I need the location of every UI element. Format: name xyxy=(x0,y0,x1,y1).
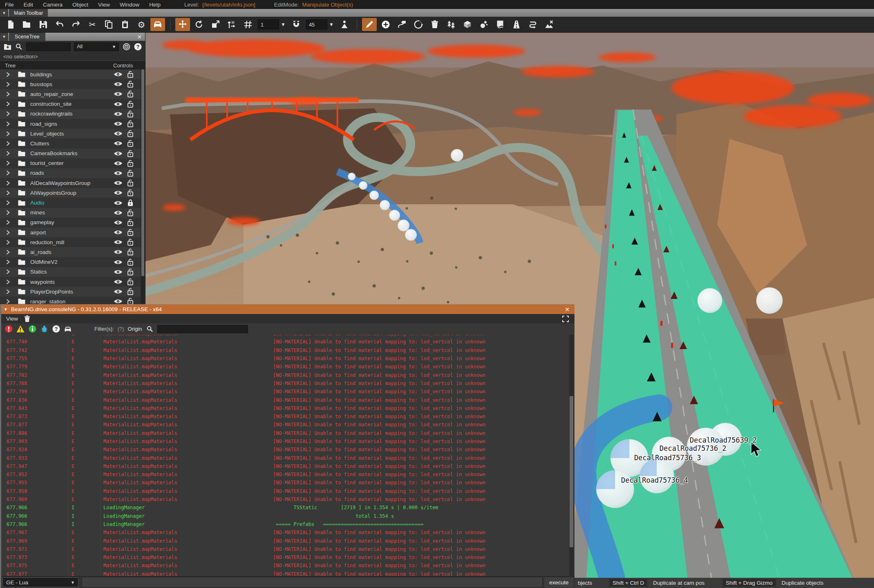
log-row[interactable]: 677.843EMaterialList.mapMaterials[NO-MAT… xyxy=(2,404,568,412)
tree-item-CameraBookmarks[interactable]: CameraBookmarks xyxy=(0,149,141,158)
visibility-eye-icon[interactable] xyxy=(114,180,123,186)
tree-item-waypoints[interactable]: waypoints xyxy=(0,277,141,287)
lock-open-icon[interactable] xyxy=(127,90,134,98)
console-scrollbar[interactable] xyxy=(569,335,574,576)
visibility-eye-icon[interactable] xyxy=(114,229,123,235)
paste-button[interactable] xyxy=(118,18,132,31)
expand-chevron-icon[interactable] xyxy=(6,160,13,166)
lock-open-icon[interactable] xyxy=(127,169,134,177)
snap-grid-button[interactable] xyxy=(241,18,255,31)
terrain-block-tool-button[interactable] xyxy=(542,18,557,31)
clear-log-icon[interactable] xyxy=(23,315,31,323)
lock-open-icon[interactable] xyxy=(127,298,134,304)
lasso-select-button[interactable] xyxy=(411,18,426,31)
lock-open-icon[interactable] xyxy=(127,278,134,285)
expand-chevron-icon[interactable] xyxy=(6,91,13,97)
expand-chevron-icon[interactable] xyxy=(6,101,13,107)
lock-open-icon[interactable] xyxy=(127,268,134,276)
delete-object-button[interactable] xyxy=(427,18,442,31)
console-close-icon[interactable]: ✕ xyxy=(560,306,574,313)
lock-open-icon[interactable] xyxy=(127,248,134,256)
log-row[interactable]: 677.782EMaterialList.mapMaterials[NO-MAT… xyxy=(2,371,568,379)
tree-item-Statics[interactable]: Statics xyxy=(0,267,141,277)
expand-chevron-icon[interactable] xyxy=(6,131,13,136)
tree-item-rockcrawlingtrails[interactable]: rockcrawlingtrails xyxy=(0,109,141,119)
filter-help-link[interactable]: (?) xyxy=(118,326,124,332)
particle-tool-button[interactable] xyxy=(476,18,491,31)
lock-closed-icon[interactable] xyxy=(127,199,134,207)
lock-open-icon[interactable] xyxy=(127,110,134,118)
menu-edit[interactable]: Edit xyxy=(19,2,38,8)
log-row[interactable]: 677.740EMaterialList.mapMaterials[NO-MAT… xyxy=(2,338,568,346)
visibility-eye-icon[interactable] xyxy=(114,279,123,285)
visibility-eye-icon[interactable] xyxy=(114,289,123,294)
log-row[interactable]: 677.903EMaterialList.mapMaterials[NO-MAT… xyxy=(2,437,568,445)
lock-open-icon[interactable] xyxy=(127,80,134,88)
tree-item-auto_repair_zone[interactable]: auto_repair_zone xyxy=(0,89,141,99)
editmode-value[interactable]: Manipulate Object(s) xyxy=(302,2,353,8)
tree-item-reduction_mill[interactable]: reduction_mill xyxy=(0,237,141,247)
lock-open-icon[interactable] xyxy=(127,71,134,78)
expand-chevron-icon[interactable] xyxy=(6,180,13,186)
expand-chevron-icon[interactable] xyxy=(6,200,13,205)
expand-chevron-icon[interactable] xyxy=(6,111,13,116)
expand-chevron-icon[interactable] xyxy=(6,210,13,215)
expand-chevron-icon[interactable] xyxy=(6,190,13,196)
menu-file[interactable]: File xyxy=(0,2,19,8)
expand-chevron-icon[interactable] xyxy=(6,259,13,265)
log-row[interactable]: 677.779EMaterialList.mapMaterials[NO-MAT… xyxy=(2,363,568,371)
vehicle-button[interactable] xyxy=(150,18,165,31)
visibility-eye-icon[interactable] xyxy=(114,71,123,77)
scenetree-tab[interactable]: SceneTree xyxy=(9,33,45,41)
log-row[interactable]: 677.955EMaterialList.mapMaterials[NO-MAT… xyxy=(2,479,568,487)
visibility-eye-icon[interactable] xyxy=(114,121,123,127)
expand-chevron-icon[interactable] xyxy=(6,72,13,77)
lock-open-icon[interactable] xyxy=(127,209,134,216)
snap-size-input[interactable] xyxy=(258,20,279,29)
tree-item-Clutters[interactable]: Clutters xyxy=(0,138,141,148)
camera-marker-button[interactable] xyxy=(337,18,352,31)
snap-rotate-button[interactable] xyxy=(289,18,304,31)
path-tool-button[interactable] xyxy=(525,18,540,31)
column-controls[interactable]: Controls xyxy=(113,62,133,69)
scale-tool-button[interactable] xyxy=(208,18,223,31)
lock-open-icon[interactable] xyxy=(127,179,134,187)
visibility-eye-icon[interactable] xyxy=(114,140,123,146)
console-collapse-icon[interactable]: ▼ xyxy=(4,307,8,312)
expand-chevron-icon[interactable] xyxy=(6,279,13,285)
console-titlebar[interactable]: ▼ BeamNG.drive.consoleNG - 0.31.2.0.1600… xyxy=(1,305,574,314)
expand-chevron-icon[interactable] xyxy=(6,141,13,146)
new-file-button[interactable] xyxy=(3,18,18,31)
undo-button[interactable] xyxy=(52,18,67,31)
log-row[interactable]: 677.966ILoadingManager total 1.354 s xyxy=(2,512,568,520)
log-row[interactable]: 677.924EMaterialList.mapMaterials[NO-MAT… xyxy=(2,445,568,454)
visibility-eye-icon[interactable] xyxy=(114,131,123,136)
save-button[interactable] xyxy=(36,18,51,31)
tree-item-Audio[interactable]: Audio xyxy=(0,198,141,207)
open-folder-button[interactable] xyxy=(20,18,34,31)
rotate-tool-button[interactable] xyxy=(192,18,206,31)
visibility-eye-icon[interactable] xyxy=(114,200,123,206)
console-log[interactable]: EMaterialList.mapMaterials[NO-MATERIAL] … xyxy=(2,335,568,576)
expand-chevron-icon[interactable] xyxy=(6,299,13,304)
expand-chevron-icon[interactable] xyxy=(6,249,13,255)
tree-item-mines[interactable]: mines xyxy=(0,208,141,218)
log-row[interactable]: 677.966ILoadingManager TSStatic [2719 ] … xyxy=(2,503,568,512)
filter-help-icon[interactable]: ? xyxy=(52,325,60,333)
tree-item-tourist_center[interactable]: tourist_center xyxy=(0,158,141,168)
expand-chevron-icon[interactable] xyxy=(6,269,13,274)
visibility-eye-icon[interactable] xyxy=(114,91,123,97)
lock-open-icon[interactable] xyxy=(127,238,134,246)
help-icon[interactable]: ? xyxy=(134,42,142,51)
console-filter-input[interactable] xyxy=(157,325,248,333)
chevron-down-icon[interactable]: ▼ xyxy=(329,22,334,27)
log-row[interactable]: EMaterialList.mapMaterials[NO-MATERIAL] … xyxy=(2,335,568,338)
lock-open-icon[interactable] xyxy=(127,160,134,167)
lock-open-icon[interactable] xyxy=(127,150,134,157)
tree-item-ranger_station[interactable]: ranger_station xyxy=(0,296,141,304)
toolbar-collapse-icon[interactable]: ▼ xyxy=(0,9,8,17)
visibility-eye-icon[interactable] xyxy=(114,269,123,275)
lock-open-icon[interactable] xyxy=(127,120,134,127)
lock-open-icon[interactable] xyxy=(127,288,134,295)
log-row[interactable]: 677.958EMaterialList.mapMaterials[NO-MAT… xyxy=(2,487,568,495)
